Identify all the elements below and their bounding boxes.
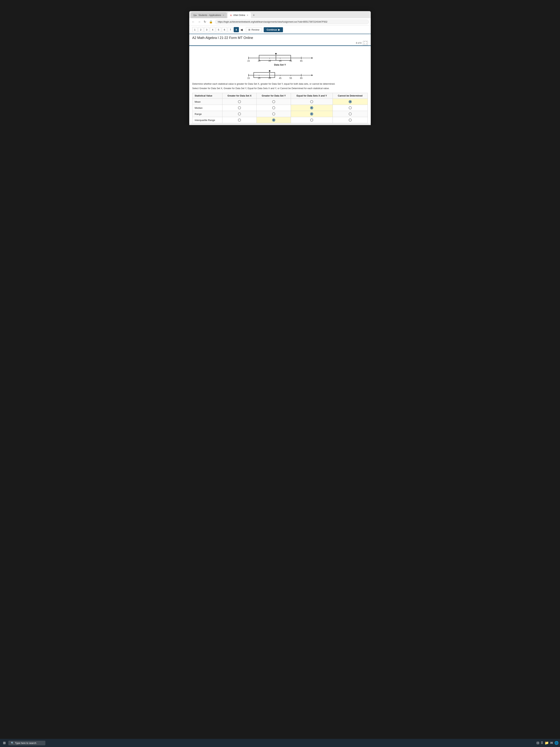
table-row-iqr: Interquartile Range bbox=[192, 117, 368, 123]
page-content: 1 2 3 4 5 6 7 8 ◀ ⊞ Review Continue ▶ A2… bbox=[189, 26, 371, 123]
radio-median-greater-y[interactable] bbox=[272, 106, 275, 109]
data-set-y-label: Data Set Y bbox=[195, 63, 365, 66]
tab-anet-icon: A bbox=[230, 14, 232, 17]
row-median-greater-x[interactable] bbox=[222, 105, 257, 111]
q-num-3[interactable]: 3 bbox=[204, 27, 209, 32]
radio-mean-greater-y[interactable] bbox=[272, 100, 275, 103]
radio-median-equal[interactable] bbox=[310, 106, 313, 109]
radio-range-greater-y[interactable] bbox=[272, 112, 275, 115]
continue-button[interactable]: Continue ▶ bbox=[264, 27, 283, 32]
response-table: Statistical Value Greater for Data Set X… bbox=[192, 93, 368, 123]
radio-median-cannot[interactable] bbox=[349, 106, 352, 109]
radio-iqr-greater-x[interactable] bbox=[238, 119, 241, 122]
address-bar[interactable]: https://login.achievementnetwork.org/tut… bbox=[215, 20, 369, 24]
svg-marker-23 bbox=[312, 75, 313, 76]
svg-point-43 bbox=[269, 70, 270, 72]
box-plot-y: 15 25 35 45 55 65 bbox=[245, 67, 315, 80]
box-plot-x: 15 25 35 45 55 65 bbox=[245, 50, 315, 62]
svg-text:15: 15 bbox=[247, 60, 250, 62]
radio-iqr-cannot[interactable] bbox=[349, 119, 352, 122]
row-range-greater-y[interactable] bbox=[257, 111, 291, 117]
continue-label: Continue bbox=[267, 28, 277, 31]
row-iqr-greater-y[interactable] bbox=[257, 117, 291, 123]
svg-text:15: 15 bbox=[247, 77, 250, 79]
col-header-cannot: Cannot be Determined bbox=[332, 93, 368, 99]
new-tab-button[interactable]: + bbox=[252, 14, 256, 17]
row-mean-cannot[interactable] bbox=[332, 99, 368, 105]
svg-text:45: 45 bbox=[279, 60, 282, 62]
col-header-greater-y: Greater for Data Set Y bbox=[257, 93, 291, 99]
q-num-4[interactable]: 4 bbox=[210, 27, 215, 32]
q-num-6[interactable]: 6 bbox=[222, 27, 227, 32]
col-header-greater-x: Greater for Data Set X bbox=[222, 93, 257, 99]
radio-range-greater-x[interactable] bbox=[238, 112, 241, 115]
tab-students[interactable]: S⊳ Students - Applications ✕ bbox=[191, 12, 227, 18]
radio-range-equal[interactable] bbox=[310, 112, 313, 115]
row-median-cannot[interactable] bbox=[332, 105, 368, 111]
tab-students-close[interactable]: ✕ bbox=[222, 14, 224, 17]
row-mean-greater-x[interactable] bbox=[222, 99, 257, 105]
instructions: Determine whether each statistical value… bbox=[189, 81, 371, 91]
radio-mean-equal[interactable] bbox=[310, 100, 313, 103]
row-mean-label: Mean bbox=[192, 99, 222, 105]
radio-iqr-equal[interactable] bbox=[310, 119, 313, 122]
progress-info: 8 of 8 ⛶ bbox=[189, 41, 371, 45]
svg-point-21 bbox=[275, 53, 277, 54]
radio-mean-cannot[interactable] bbox=[349, 100, 352, 103]
row-iqr-cannot[interactable] bbox=[332, 117, 368, 123]
lock-icon: 🔒 bbox=[208, 20, 214, 24]
row-range-equal[interactable] bbox=[291, 111, 333, 117]
instruction-line2: Select Greater for Data Set X, Greater f… bbox=[192, 86, 368, 90]
row-iqr-greater-x[interactable] bbox=[222, 117, 257, 123]
q-num-5[interactable]: 5 bbox=[216, 27, 221, 32]
section-divider bbox=[189, 45, 371, 46]
back-button[interactable]: ← bbox=[191, 20, 195, 24]
row-mean-greater-y[interactable] bbox=[257, 99, 291, 105]
radio-iqr-greater-y[interactable] bbox=[272, 119, 275, 122]
browser-window: S⊳ Students - Applications ✕ A ANet Onli… bbox=[189, 11, 371, 125]
forward-button[interactable]: → bbox=[197, 20, 202, 24]
q-num-1[interactable]: 1 bbox=[192, 27, 197, 32]
tab-anet-label: ANet Online bbox=[233, 14, 245, 17]
tab-anet[interactable]: A ANet Online ✕ bbox=[228, 12, 251, 18]
table-row-median: Median bbox=[192, 105, 368, 111]
instruction-line1: Determine whether each statistical value… bbox=[192, 82, 368, 86]
radio-range-cannot[interactable] bbox=[349, 112, 352, 115]
row-range-cannot[interactable] bbox=[332, 111, 368, 117]
tab-bar: S⊳ Students - Applications ✕ A ANet Onli… bbox=[189, 11, 371, 18]
row-median-equal[interactable] bbox=[291, 105, 333, 111]
q-num-2[interactable]: 2 bbox=[198, 27, 203, 32]
tab-students-icon: S⊳ bbox=[193, 14, 197, 17]
continue-arrow-icon: ▶ bbox=[278, 28, 280, 31]
plots-area: 15 25 35 45 55 65 bbox=[189, 48, 371, 81]
row-iqr-label: Interquartile Range bbox=[192, 117, 222, 123]
table-row-mean: Mean bbox=[192, 99, 368, 105]
nav-prev-button[interactable]: ◀ bbox=[240, 28, 243, 31]
review-button[interactable]: ⊞ Review bbox=[246, 27, 262, 32]
tab-anet-close[interactable]: ✕ bbox=[247, 14, 248, 17]
svg-text:65: 65 bbox=[300, 77, 302, 79]
table-row-range: Range bbox=[192, 111, 368, 117]
progress-text: 8 of 8 bbox=[356, 42, 362, 44]
nav-bar: ← → ↻ 🔒 https://login.achievementnetwork… bbox=[189, 18, 371, 26]
svg-text:35: 35 bbox=[268, 60, 271, 62]
reload-button[interactable]: ↻ bbox=[203, 20, 207, 24]
review-label: Review bbox=[251, 28, 260, 31]
assignment-title: A2 Math Algebra I 21-22 Form MT Online bbox=[189, 34, 371, 41]
svg-text:65: 65 bbox=[300, 60, 302, 62]
row-median-greater-y[interactable] bbox=[257, 105, 291, 111]
row-mean-equal[interactable] bbox=[291, 99, 333, 105]
q-num-7[interactable]: 7 bbox=[228, 27, 233, 32]
col-header-equal: Equal for Data Sets X and Y bbox=[291, 93, 333, 99]
review-grid-icon: ⊞ bbox=[248, 28, 250, 31]
svg-marker-1 bbox=[312, 57, 313, 59]
q-num-8[interactable]: 8 bbox=[234, 27, 239, 32]
radio-mean-greater-x[interactable] bbox=[238, 100, 241, 103]
row-iqr-equal[interactable] bbox=[291, 117, 333, 123]
expand-icon[interactable]: ⛶ bbox=[363, 41, 368, 45]
svg-text:25: 25 bbox=[258, 77, 260, 79]
col-header-stat: Statistical Value bbox=[192, 93, 222, 99]
row-range-greater-x[interactable] bbox=[222, 111, 257, 117]
svg-text:55: 55 bbox=[289, 77, 292, 79]
radio-median-greater-x[interactable] bbox=[238, 106, 241, 109]
